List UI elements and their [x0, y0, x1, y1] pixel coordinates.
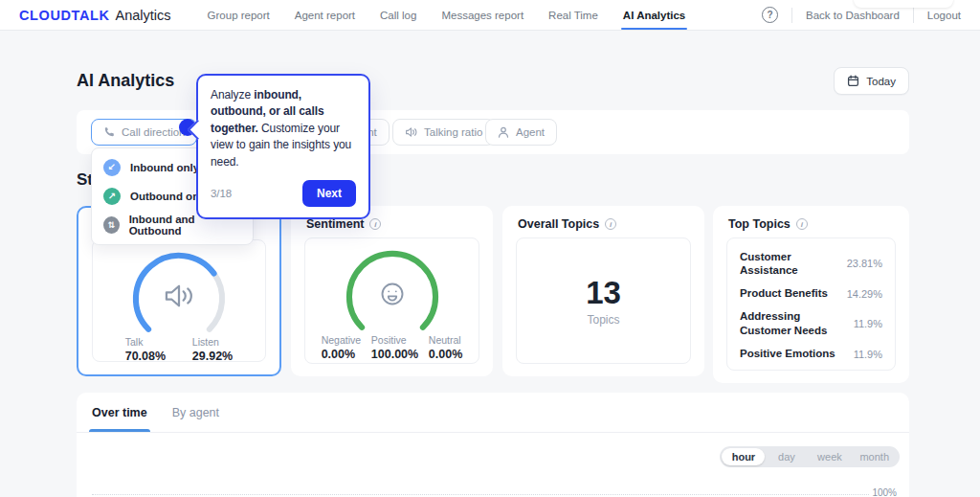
cutoff-overlay-artifact — [854, 0, 953, 8]
granularity-month[interactable]: month — [851, 448, 898, 465]
top-topics-card-title: Top Topics — [728, 217, 791, 231]
top-topics-list: Customer Assistance 23.81% Product Benef… — [726, 237, 896, 371]
both-directions-icon: ⇅ — [103, 216, 120, 234]
nav-item-group-report[interactable]: Group report — [208, 0, 270, 30]
talking-ratio-gauge — [129, 248, 229, 336]
speaker-icon — [405, 126, 417, 138]
granularity-toggle: hour day week month — [720, 446, 900, 467]
talking-ratio-filter-label: Talking ratio — [424, 126, 482, 138]
calendar-icon — [847, 75, 859, 87]
topics-unit: Topics — [587, 313, 619, 327]
tour-tooltip-text: Analyze inbound, outbound, or all calls … — [211, 87, 356, 170]
speaker-icon — [129, 248, 229, 336]
brand-logo: CLOUDTALK Analytics — [19, 8, 171, 23]
topic-row[interactable]: Product Benefits 14.29% — [740, 282, 882, 305]
nav-item-messages-report[interactable]: Messages report — [441, 0, 523, 30]
listen-metric: Listen 29.92% — [192, 336, 233, 362]
tab-over-time[interactable]: Over time — [92, 393, 147, 432]
agent-filter-button[interactable]: Agent — [485, 119, 557, 146]
negative-metric: Negative 0.00% — [322, 334, 361, 361]
nav-item-call-log[interactable]: Call log — [380, 0, 416, 30]
info-icon[interactable]: i — [796, 218, 808, 230]
logout-link[interactable]: Logout — [927, 10, 961, 21]
info-icon[interactable]: i — [369, 218, 381, 230]
positive-metric: Positive 100.00% — [371, 334, 418, 361]
topics-count-block: 13 Topics — [586, 246, 621, 354]
nav-divider — [913, 8, 914, 23]
overall-topics-box: 13 Topics — [516, 237, 691, 364]
granularity-week[interactable]: week — [808, 448, 851, 465]
topic-row[interactable]: Product Performance Issues 9.52% — [740, 366, 882, 371]
chart-gridline-100 — [92, 494, 869, 495]
nav-right-group: ? Back to Dashboard Logout — [762, 7, 961, 23]
top-navigation-bar: CLOUDTALK Analytics Group report Agent r… — [0, 0, 980, 31]
tab-by-agent[interactable]: By agent — [172, 393, 219, 432]
date-filter-label: Today — [866, 76, 896, 87]
main-nav: Group report Agent report Call log Messa… — [208, 0, 686, 30]
date-filter-button[interactable]: Today — [834, 67, 909, 95]
topic-row[interactable]: Positive Emotions 11.9% — [740, 343, 882, 366]
top-topics-card[interactable]: Top Topics i Customer Assistance 23.81% … — [713, 206, 909, 383]
top-topics-card-title-row: Top Topics i — [713, 206, 909, 237]
nav-item-real-time[interactable]: Real Time — [548, 0, 598, 30]
topic-row[interactable]: Addressing Customer Needs 11.9% — [740, 305, 882, 343]
topic-row[interactable]: Customer Assistance 23.81% — [740, 245, 882, 282]
overall-topics-card-title: Overall Topics — [518, 217, 599, 231]
sentiment-gauge — [343, 246, 442, 334]
smiley-face-icon — [343, 246, 442, 334]
tour-tooltip: Analyze inbound, outbound, or all calls … — [196, 74, 370, 219]
phone-icon — [103, 126, 115, 138]
neutral-metric: Neutral 0.00% — [429, 334, 462, 361]
help-icon[interactable]: ? — [762, 7, 778, 23]
nav-divider — [791, 8, 792, 23]
overall-topics-card[interactable]: Overall Topics i 13 Topics — [502, 206, 704, 376]
page-title: AI Analytics — [77, 71, 174, 91]
person-icon — [498, 126, 509, 138]
tour-tooltip-footer: 3/18 Next — [211, 180, 356, 207]
tour-step-counter: 3/18 — [211, 186, 232, 202]
sentiment-metrics: Negative 0.00% Positive 100.00% Neutral … — [305, 334, 479, 361]
y-axis-100-label: 100% — [872, 487, 897, 497]
talk-metric: Talk 70.08% — [125, 336, 166, 362]
granularity-hour[interactable]: hour — [722, 448, 765, 465]
talking-ratio-gauge-box: Talk 70.08% Listen 29.92% — [92, 239, 266, 362]
nav-item-ai-analytics[interactable]: AI Analytics — [623, 0, 685, 30]
granularity-day[interactable]: day — [765, 448, 808, 465]
talking-ratio-filter-button[interactable]: Talking ratio — [392, 119, 495, 146]
agent-filter-label: Agent — [516, 126, 545, 138]
cloudtalk-logo: CLOUDTALK — [19, 8, 110, 23]
talking-ratio-metrics: Talk 70.08% Listen 29.92% — [93, 336, 265, 362]
tour-next-button[interactable]: Next — [302, 180, 356, 207]
topics-count: 13 — [586, 275, 621, 311]
back-to-dashboard-link[interactable]: Back to Dashboard — [806, 10, 900, 21]
product-name: Analytics — [116, 8, 171, 23]
info-icon[interactable]: i — [605, 218, 616, 230]
overall-topics-card-title-row: Overall Topics i — [502, 206, 704, 237]
over-time-panel: Over time By agent hour day week month 1… — [77, 393, 909, 497]
inbound-arrow-icon: ↙ — [103, 159, 121, 176]
sentiment-gauge-box: Negative 0.00% Positive 100.00% Neutral … — [304, 237, 479, 364]
call-direction-filter-label: Call direction — [122, 126, 185, 138]
dropdown-option-label: Inbound only — [130, 162, 199, 173]
sentiment-card-title: Sentiment — [306, 217, 364, 231]
outbound-arrow-icon: ↗ — [103, 188, 121, 205]
sentiment-card[interactable]: Sentiment i Negative — [291, 206, 493, 376]
chart-tabs: Over time By agent — [77, 393, 909, 433]
nav-item-agent-report[interactable]: Agent report — [295, 0, 355, 30]
